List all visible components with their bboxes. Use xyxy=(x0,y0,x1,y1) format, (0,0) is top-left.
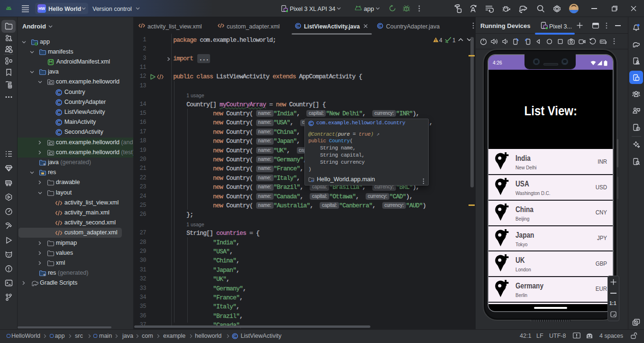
svg-text:?: ? xyxy=(10,49,12,53)
